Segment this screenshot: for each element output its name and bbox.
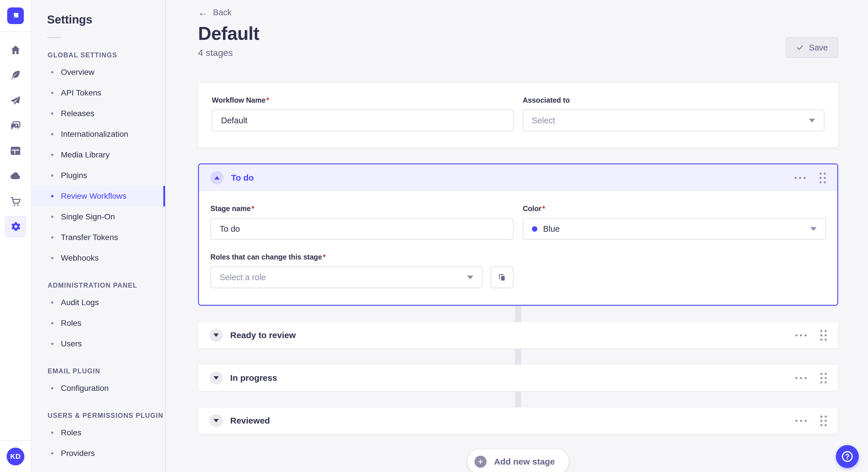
bullet-icon (51, 92, 53, 94)
sidebar-item-transfer-tokens[interactable]: Transfer Tokens (32, 227, 165, 248)
drag-handle-icon[interactable] (820, 373, 827, 383)
sidebar-item-single-sign-on[interactable]: Single Sign-On (32, 206, 165, 227)
bullet-icon (51, 322, 53, 324)
stage-card-reviewed[interactable]: Reviewed (198, 407, 838, 434)
more-options-icon[interactable] (795, 332, 807, 339)
chevron-down-icon (214, 376, 219, 380)
save-label: Save (809, 43, 828, 53)
sidebar-item-webhooks[interactable]: Webhooks (32, 248, 165, 268)
stage-title: Reviewed (230, 416, 270, 426)
bullet-icon (51, 452, 53, 454)
workflow-name-input[interactable] (212, 109, 514, 131)
media-library-icon[interactable] (5, 115, 26, 136)
stage-name-input[interactable] (210, 218, 514, 240)
stage-card-to-do: To do Stage name* Color* (198, 164, 838, 306)
bullet-icon (51, 133, 53, 135)
sidebar-item-overview[interactable]: Overview (32, 62, 165, 82)
help-button[interactable] (836, 445, 859, 468)
page-subtitle: 4 stages (198, 47, 838, 58)
expand-button[interactable] (210, 414, 223, 427)
sidebar-item-review-workflows[interactable]: Review Workflows (32, 186, 165, 206)
feather-icon[interactable] (5, 64, 26, 86)
settings-subnav: Settings GLOBAL SETTINGS Overview API To… (32, 0, 166, 472)
cloud-icon[interactable] (5, 165, 26, 187)
bullet-icon (51, 195, 53, 197)
strapi-logo-icon (11, 11, 20, 21)
drag-handle-icon[interactable] (820, 330, 827, 341)
stage-title: Ready to review (230, 330, 296, 340)
subnav-divider (47, 37, 61, 38)
associated-to-field-group: Associated to Select (523, 96, 825, 131)
required-marker: * (323, 253, 326, 261)
sidebar-item-internationalization[interactable]: Internationalization (32, 124, 165, 144)
bullet-icon (51, 387, 53, 390)
roles-label: Roles that can change this stage* (210, 253, 514, 261)
back-link[interactable]: ← Back (198, 7, 231, 17)
chevron-down-icon (810, 227, 817, 231)
sidebar-item-audit-logs[interactable]: Audit Logs (32, 292, 165, 313)
stage-connector (198, 306, 838, 322)
nav-section-email-plugin: EMAIL PLUGIN Configuration (32, 367, 165, 399)
sidebar-item-plugins[interactable]: Plugins (32, 165, 165, 186)
paper-plane-icon[interactable] (5, 90, 26, 111)
more-options-icon[interactable] (795, 374, 807, 382)
chevron-down-icon (809, 119, 815, 123)
chevron-down-icon (214, 334, 219, 337)
roles-placeholder: Select a role (220, 273, 266, 282)
sidebar-item-admin-roles[interactable]: Roles (32, 313, 165, 334)
sidebar-item-users[interactable]: Users (32, 334, 165, 354)
stage-body-spacer (523, 240, 826, 288)
logo-cell (0, 0, 31, 32)
nav-section-global-settings: GLOBAL SETTINGS Overview API Tokens Rele… (32, 51, 165, 268)
sidebar-item-providers[interactable]: Providers (32, 443, 165, 464)
stage-body: Stage name* Color* Blue R (199, 191, 837, 305)
sidebar-item-media-library[interactable]: Media Library (32, 144, 165, 165)
layout-icon[interactable] (5, 140, 26, 162)
more-options-icon[interactable] (795, 174, 806, 182)
nav-section-label: GLOBAL SETTINGS (32, 51, 165, 59)
sidebar-item-api-tokens[interactable]: API Tokens (32, 82, 165, 103)
color-swatch-blue (532, 226, 537, 232)
add-new-stage-button[interactable]: Add new stage (468, 449, 569, 472)
bullet-icon (51, 301, 53, 304)
stage-header-to-do[interactable]: To do (199, 164, 837, 191)
expand-button[interactable] (210, 329, 223, 342)
workflow-name-field-group: Workflow Name* (212, 96, 514, 131)
sidebar-item-releases[interactable]: Releases (32, 103, 165, 124)
associated-to-select[interactable]: Select (523, 109, 825, 131)
back-arrow-icon: ← (198, 7, 208, 17)
stage-card-ready-to-review[interactable]: Ready to review (198, 322, 838, 348)
chevron-down-icon (467, 276, 473, 279)
bullet-icon (51, 71, 53, 73)
user-avatar[interactable]: KD (7, 448, 24, 465)
roles-select[interactable]: Select a role (210, 266, 483, 288)
strapi-logo[interactable] (7, 7, 24, 24)
stages-list: To do Stage name* Color* (198, 164, 838, 434)
chevron-down-icon (214, 419, 219, 423)
sidebar-item-up-roles[interactable]: Roles (32, 423, 165, 443)
bullet-icon (51, 343, 53, 345)
stage-title: To do (231, 173, 254, 183)
nav-section-users-permissions-plugin: USERS & PERMISSIONS PLUGIN Roles Provide… (32, 412, 165, 464)
check-icon (796, 44, 804, 51)
sidebar-item-email-configuration[interactable]: Configuration (32, 378, 165, 399)
home-icon[interactable] (5, 39, 26, 61)
subnav-title: Settings (32, 13, 165, 26)
stage-title: In progress (230, 373, 277, 383)
color-select[interactable]: Blue (523, 218, 826, 240)
drag-handle-icon[interactable] (819, 173, 826, 183)
settings-gear-icon[interactable] (5, 216, 26, 237)
required-marker: * (542, 204, 545, 212)
drag-handle-icon[interactable] (820, 415, 827, 426)
rail-icon-list (5, 39, 26, 237)
question-mark-icon (841, 450, 854, 463)
nav-section-administration-panel: ADMINISTRATION PANEL Audit Logs Roles Us… (32, 281, 165, 354)
cart-icon[interactable] (5, 191, 26, 212)
expand-button[interactable] (210, 371, 223, 384)
stage-card-in-progress[interactable]: In progress (198, 365, 838, 391)
more-options-icon[interactable] (795, 417, 807, 425)
stage-controls (795, 330, 827, 341)
save-button[interactable]: Save (786, 37, 838, 58)
collapse-button[interactable] (210, 171, 224, 184)
duplicate-roles-button[interactable] (491, 266, 514, 288)
